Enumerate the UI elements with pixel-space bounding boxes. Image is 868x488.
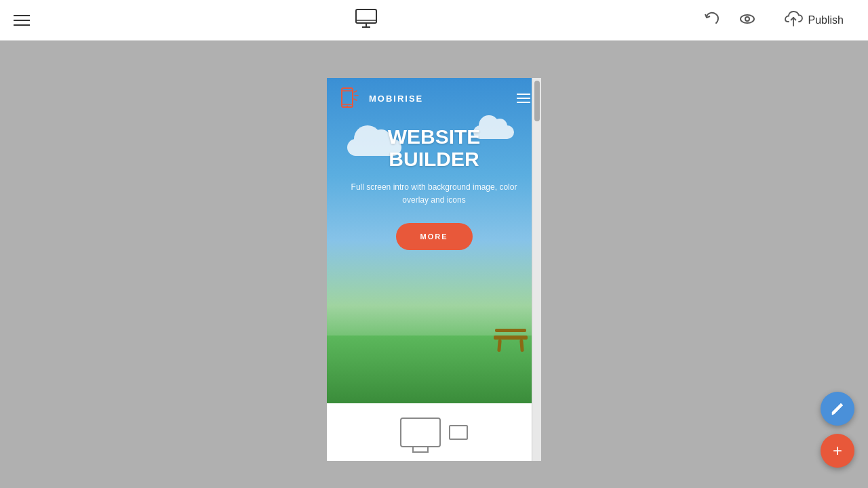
add-fab-button[interactable]: + (821, 434, 854, 468)
svg-line-11 (354, 91, 357, 92)
toolbar-left (14, 15, 30, 26)
preview-logo: MOBIRISE (338, 85, 423, 111)
preview-nav-hamburger[interactable] (517, 94, 530, 103)
svg-point-5 (745, 17, 749, 21)
preview-wrapper: MOBIRISE WEBSITE BUILDER Full screen int… (327, 78, 541, 461)
eye-icon[interactable] (738, 9, 757, 31)
hero-title: WEBSITE BUILDER (340, 125, 528, 170)
toolbar: Publish (0, 0, 868, 41)
monitor-outline-group (400, 418, 468, 447)
edit-fab-button[interactable] (821, 392, 854, 426)
svg-point-4 (741, 15, 754, 23)
bench-decoration (494, 336, 528, 356)
plus-icon: + (833, 443, 842, 459)
preview-bottom-section (327, 403, 541, 461)
cloud-upload-icon (784, 9, 803, 31)
hero-cta-button[interactable]: MORE (396, 223, 473, 250)
publish-button[interactable]: Publish (773, 4, 854, 37)
preview-nav: MOBIRISE (327, 78, 541, 119)
publish-label: Publish (808, 14, 844, 26)
hero-text-block: WEBSITE BUILDER Full screen intro with b… (327, 125, 541, 250)
undo-icon[interactable] (703, 9, 722, 31)
preview-content: MOBIRISE WEBSITE BUILDER Full screen int… (327, 78, 541, 461)
mobirise-logo-icon (338, 85, 363, 111)
hero-subtitle: Full screen intro with background image,… (340, 181, 528, 207)
svg-rect-0 (356, 9, 376, 23)
toolbar-right: Publish (703, 4, 854, 37)
monitor-icon[interactable] (354, 7, 378, 34)
toolbar-center (354, 7, 378, 34)
pencil-icon (830, 401, 845, 416)
svg-line-13 (354, 99, 357, 100)
tablet-outline-icon (449, 425, 468, 440)
canvas-area: MOBIRISE WEBSITE BUILDER Full screen int… (0, 41, 868, 488)
hamburger-menu-icon[interactable] (14, 15, 30, 26)
svg-point-10 (347, 106, 348, 107)
fab-container: + (821, 392, 854, 468)
preview-hero: MOBIRISE WEBSITE BUILDER Full screen int… (327, 78, 541, 403)
preview-logo-text: MOBIRISE (369, 94, 423, 104)
monitor-outline-icon (400, 418, 441, 447)
